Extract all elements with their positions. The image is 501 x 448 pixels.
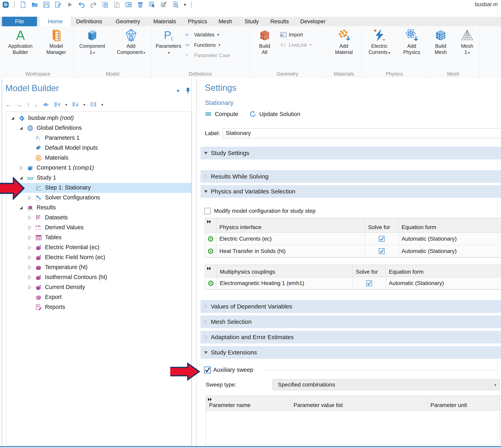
modify-model-config-checkbox[interactable] (204, 208, 211, 214)
preview-icon[interactable] (172, 1, 179, 8)
chevrons-icon[interactable] (207, 398, 213, 401)
application-builder-button[interactable]: AApplicationBuilder (2, 28, 39, 55)
sweep-type-select[interactable]: Specified combinations ▾ (273, 379, 500, 390)
tree-item-materials[interactable]: Materials (6, 153, 192, 163)
paste-icon[interactable] (114, 1, 120, 8)
chevrons-icon[interactable] (207, 220, 212, 224)
select-box-icon[interactable] (149, 1, 155, 8)
delete-icon[interactable] (137, 1, 144, 8)
sort-desc-icon[interactable] (72, 101, 79, 108)
parameter-case-button[interactable]: PiParameter Case (185, 50, 249, 61)
ribbon-tab-developer[interactable]: Developer (292, 17, 333, 26)
app-icon[interactable] (2, 1, 9, 8)
expander-collapsed-icon[interactable] (27, 255, 32, 260)
add-component-button[interactable]: AddComponent▾ (111, 28, 151, 56)
section-study-extensions[interactable]: Study Extensions (200, 346, 501, 359)
mesh-1-button[interactable]: Mesh1▾ (455, 28, 480, 56)
panel-divider[interactable] (197, 79, 197, 446)
expander-collapsed-icon[interactable] (27, 285, 32, 290)
section-expander-icon[interactable] (204, 320, 208, 324)
tree-item-reports[interactable]: Reports (6, 302, 192, 312)
redo-icon[interactable] (90, 1, 97, 8)
tree-item-step-1-stationary[interactable]: Step 1: Stationary (6, 183, 192, 193)
new-file-icon[interactable] (20, 1, 26, 8)
section-expander-icon[interactable] (204, 335, 208, 339)
tree-item-solver-configurations[interactable]: Solver Configurations (6, 193, 192, 203)
tree-item-parameters-1[interactable]: PiParameters 1 (6, 133, 192, 143)
tree-item-busbar-mph[interactable]: busbar.mph (root) (6, 113, 192, 123)
undo-icon[interactable] (78, 1, 85, 8)
section-study-settings[interactable]: Study Settings (200, 147, 501, 160)
save-as-icon[interactable] (55, 1, 61, 8)
functions-button[interactable]: f(x)Functions▾ (185, 40, 249, 50)
section-physics-variables-selection[interactable]: Physics and Variables Selection (200, 185, 501, 198)
section-expander-icon[interactable] (204, 350, 208, 355)
tree-item-current-density[interactable]: Current Density (6, 282, 192, 292)
sort-asc-icon[interactable] (54, 101, 61, 108)
chevron-down-icon[interactable]: ▾ (84, 103, 85, 107)
section-adaptation-and-error-estimates[interactable]: Adaptation and Error Estimates (200, 331, 501, 344)
duplicate-icon[interactable] (125, 1, 132, 8)
component-1-button[interactable]: Component1▾ (74, 28, 111, 56)
expander-collapsed-icon[interactable] (19, 166, 23, 170)
ribbon-tab-physics[interactable]: Physics (181, 17, 214, 26)
section-expander-icon[interactable] (204, 151, 208, 155)
expander-expanded-icon[interactable] (19, 126, 23, 130)
section-results-while-solving[interactable]: Results While Solving (200, 170, 501, 183)
expander-collapsed-icon[interactable] (27, 275, 32, 280)
tree-item-component-1[interactable]: Component 1 (comp1) (6, 163, 192, 173)
section-expander-icon[interactable] (204, 189, 208, 194)
tree-item-export[interactable]: Export (6, 292, 192, 302)
chevron-down-icon[interactable]: ▾ (65, 103, 67, 107)
run-icon[interactable] (67, 1, 73, 8)
ribbon-tab-study[interactable]: Study (237, 17, 267, 26)
ribbon-tab-home[interactable]: Home (40, 17, 71, 26)
tree-item-global-definitions[interactable]: Global Definitions (6, 123, 192, 133)
variables-button[interactable]: a=Variables▾ (185, 30, 249, 40)
model-manager-button[interactable]: ModelManager (39, 28, 74, 55)
import-button[interactable]: Import (280, 30, 326, 40)
chevron-down-icon[interactable]: ▾ (101, 103, 103, 107)
ribbon-tab-definitions[interactable]: Definitions (68, 17, 111, 26)
table-row-heat-transfer-in-solids-ht[interactable]: Heat Transfer in Solids (ht)Automatic (S… (205, 245, 501, 257)
electric-currents-button[interactable]: ElectricCurrents▾ (362, 28, 397, 56)
copy-icon[interactable] (102, 1, 108, 8)
tree-item-tables[interactable]: Tables (6, 233, 192, 243)
tree-item-derived-values[interactable]: 8.85e-12Derived Values (6, 223, 192, 233)
tree-item-results[interactable]: Results (6, 203, 192, 213)
section-expander-icon[interactable] (204, 174, 208, 179)
expander-collapsed-icon[interactable] (27, 235, 32, 240)
section-expander-icon[interactable] (204, 304, 208, 309)
update-solution-button[interactable]: Update Solution (259, 111, 300, 117)
add-material-button[interactable]: AddMaterial (326, 28, 362, 55)
nav-up-icon[interactable]: ↑ (27, 101, 30, 108)
tree-item-datasets[interactable]: Datasets (6, 213, 192, 223)
expander-collapsed-icon[interactable] (27, 225, 32, 230)
build-all-button[interactable]: BuildAll (249, 28, 280, 55)
ribbon-tab-results[interactable]: Results (263, 17, 296, 26)
compute-button[interactable]: Compute (215, 111, 238, 117)
panel-menu-dropdown-icon[interactable]: ▾ (177, 88, 179, 94)
auxiliary-sweep-checkbox[interactable] (204, 366, 211, 374)
label-input[interactable] (223, 128, 501, 138)
empty-table-body[interactable] (206, 411, 500, 445)
columns-icon[interactable] (90, 101, 97, 108)
nav-left-icon[interactable]: ← (5, 101, 11, 108)
clear-box-icon[interactable] (161, 1, 167, 8)
solve-for-checkbox-checked[interactable] (379, 236, 385, 242)
open-file-icon[interactable] (31, 1, 38, 8)
expander-expanded-icon[interactable] (10, 116, 15, 121)
tree-item-temperature-ht[interactable]: Temperature (ht) (6, 262, 192, 272)
table-row-electromagnetic-heating-1-emh1[interactable]: Electromagnetic Heating 1 (emh1)Automati… (205, 277, 501, 289)
tree-item-default-model-inputs[interactable]: Default Model Inputs (6, 143, 192, 153)
solve-for-checkbox-checked[interactable] (379, 248, 385, 254)
solve-for-checkbox-checked[interactable] (366, 280, 372, 286)
expander-expanded-icon[interactable] (19, 205, 23, 210)
add-physics-button[interactable]: AddPhysics (397, 28, 427, 55)
parameters-button[interactable]: PiParameters▾ (152, 28, 185, 56)
livelink-button[interactable]: LiveLink▾ (280, 40, 326, 50)
expander-collapsed-icon[interactable] (27, 195, 32, 200)
expander-collapsed-icon[interactable] (27, 265, 32, 270)
show-icon[interactable] (42, 101, 49, 108)
ribbon-tab-geometry[interactable]: Geometry (107, 17, 148, 26)
